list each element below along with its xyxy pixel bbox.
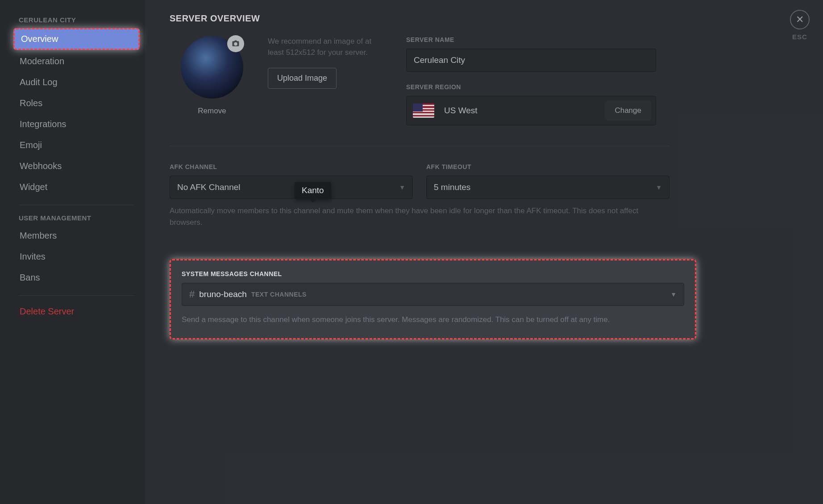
afk-timeout-value: 5 minutes	[434, 182, 470, 192]
close-button[interactable]: ✕	[790, 10, 810, 29]
server-name-label: Server Name	[406, 36, 656, 43]
sidebar-item-emoji[interactable]: Emoji	[13, 136, 140, 155]
afk-channel-select[interactable]: No AFK Channel ▼	[170, 176, 413, 199]
us-flag-icon	[413, 103, 434, 118]
sidebar-server-header: Cerulean City	[13, 13, 140, 28]
server-name-input[interactable]	[406, 49, 656, 72]
sidebar-item-widget[interactable]: Widget	[13, 178, 140, 197]
sidebar-divider	[19, 205, 134, 205]
upload-image-button[interactable]: Upload Image	[268, 68, 337, 89]
system-messages-label: System Messages Channel	[182, 270, 684, 277]
afk-channel-value: No AFK Channel	[177, 182, 241, 192]
afk-channel-label: AFK Channel	[170, 163, 413, 170]
upload-badge-icon[interactable]	[227, 35, 244, 52]
settings-sidebar: Cerulean City Overview Moderation Audit …	[0, 0, 145, 504]
region-value: US West	[444, 106, 605, 116]
change-region-button[interactable]: Change	[605, 101, 651, 120]
sidebar-item-roles[interactable]: Roles	[13, 94, 140, 113]
settings-content: ✕ ESC SERVER OVERVIEW Remove We recommen…	[145, 0, 823, 504]
system-messages-description: Send a message to this channel when some…	[182, 314, 682, 326]
sidebar-item-delete-server[interactable]: Delete Server	[13, 302, 140, 321]
sidebar-divider-2	[19, 295, 134, 296]
sidebar-item-invites[interactable]: Invites	[13, 247, 140, 266]
system-channel-name: bruno-beach	[199, 289, 247, 299]
page-title: SERVER OVERVIEW	[170, 13, 796, 24]
sidebar-item-webhooks[interactable]: Webhooks	[13, 157, 140, 176]
close-icon: ✕	[796, 15, 804, 25]
server-avatar[interactable]	[181, 36, 243, 99]
tooltip-kanto: Kanto	[295, 182, 331, 199]
sidebar-item-integrations[interactable]: Integrations	[13, 115, 140, 134]
esc-label: ESC	[790, 33, 810, 41]
chevron-down-icon: ▼	[656, 184, 662, 191]
chevron-down-icon: ▼	[670, 291, 677, 298]
afk-timeout-select[interactable]: 5 minutes ▼	[426, 176, 669, 199]
sidebar-item-audit-log[interactable]: Audit Log	[13, 73, 140, 92]
image-recommend-text: We recommend an image of at least 512x51…	[268, 36, 375, 58]
chevron-down-icon: ▼	[399, 184, 405, 191]
system-channel-category: Text Channels	[251, 291, 307, 298]
afk-description: Automatically move members to this chann…	[170, 205, 669, 228]
section-divider	[170, 146, 669, 146]
sidebar-user-mgmt-header: User Management	[13, 211, 140, 226]
system-messages-block: System Messages Channel # bruno-beach Te…	[170, 259, 696, 339]
hash-icon: #	[189, 289, 195, 300]
server-region-label: Server Region	[406, 83, 656, 91]
sidebar-item-overview[interactable]: Overview	[13, 28, 140, 50]
system-messages-select[interactable]: # bruno-beach Text Channels ▼	[182, 283, 684, 306]
remove-avatar-link[interactable]: Remove	[170, 107, 254, 116]
server-region-box: US West Change	[406, 96, 656, 125]
afk-timeout-label: AFK Timeout	[426, 163, 669, 170]
sidebar-item-members[interactable]: Members	[13, 226, 140, 245]
sidebar-item-moderation[interactable]: Moderation	[13, 52, 140, 71]
sidebar-item-bans[interactable]: Bans	[13, 268, 140, 287]
